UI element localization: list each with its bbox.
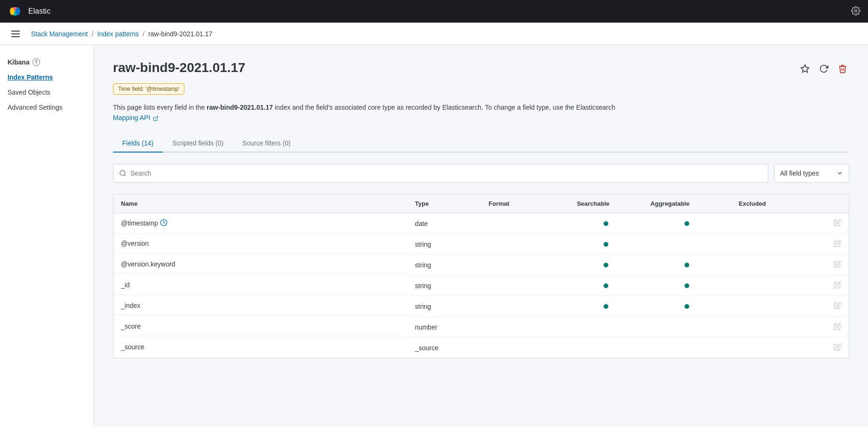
- mapping-api-link[interactable]: Mapping API: [113, 114, 150, 121]
- field-aggregatable: [643, 317, 732, 338]
- field-searchable: [569, 255, 643, 275]
- edit-field-icon[interactable]: [834, 303, 841, 311]
- field-format: [481, 255, 570, 275]
- sidebar-item-saved-objects[interactable]: Saved Objects: [0, 85, 94, 100]
- tabs: Fields (14) Scripted fields (0) Source f…: [113, 135, 849, 153]
- col-header-actions: [805, 194, 849, 213]
- main-content: raw-bind9-2021.01.17: [94, 45, 868, 427]
- breadcrumb-bar: Stack Management / Index patterns / raw-…: [0, 23, 868, 45]
- edit-field-icon[interactable]: [834, 241, 841, 249]
- edit-field-icon[interactable]: [834, 220, 841, 228]
- breadcrumb-current: raw-bind9-2021.01.17: [148, 30, 212, 38]
- main-layout: Kibana ? Index Patterns Saved Objects Ad…: [0, 45, 868, 427]
- field-searchable: [569, 296, 643, 317]
- field-excluded: [731, 234, 804, 255]
- field-actions: [805, 338, 849, 358]
- tab-fields[interactable]: Fields (14): [113, 135, 163, 153]
- delete-button[interactable]: [836, 62, 849, 78]
- edit-field-icon[interactable]: [834, 324, 841, 331]
- aggregatable-dot: [685, 283, 689, 288]
- field-actions: [805, 317, 849, 338]
- svg-point-5: [855, 9, 857, 12]
- table-row: _indexstring: [113, 296, 849, 317]
- top-nav: Elastic: [0, 0, 868, 23]
- search-icon: [119, 169, 127, 177]
- field-actions: [805, 275, 849, 296]
- field-searchable: [569, 338, 643, 358]
- edit-field-icon[interactable]: [834, 282, 841, 290]
- field-excluded: [731, 338, 804, 358]
- page-title: raw-bind9-2021.01.17: [113, 60, 246, 75]
- field-type: string: [407, 255, 481, 275]
- tab-source-filters[interactable]: Source filters (0): [233, 135, 300, 153]
- search-input[interactable]: [130, 169, 762, 177]
- chevron-down-icon: [836, 170, 843, 177]
- sidebar-item-index-patterns[interactable]: Index Patterns: [0, 70, 94, 85]
- elastic-logo: [8, 4, 23, 19]
- sidebar-item-advanced-settings[interactable]: Advanced Settings: [0, 100, 94, 115]
- field-format: [481, 234, 570, 255]
- field-name: @version.keyword: [113, 255, 407, 274]
- breadcrumb-stack-management[interactable]: Stack Management: [31, 30, 88, 38]
- field-format: [481, 275, 570, 296]
- field-aggregatable: [643, 234, 732, 255]
- field-aggregatable: [643, 338, 732, 358]
- field-name: _id: [113, 275, 407, 295]
- edit-field-icon[interactable]: [834, 262, 841, 269]
- field-excluded: [731, 296, 804, 317]
- breadcrumb-sep-2: /: [143, 30, 144, 38]
- app-title: Elastic: [28, 7, 50, 16]
- searchable-dot: [604, 242, 608, 247]
- edit-field-icon[interactable]: [834, 345, 841, 352]
- col-header-type: Type: [407, 194, 481, 213]
- kibana-help-icon[interactable]: ?: [32, 58, 40, 66]
- settings-icon[interactable]: [851, 6, 860, 17]
- field-name: _score: [113, 317, 407, 336]
- breadcrumb-index-patterns[interactable]: Index patterns: [97, 30, 139, 38]
- sidebar: Kibana ? Index Patterns Saved Objects Ad…: [0, 45, 94, 427]
- searchable-dot: [604, 221, 608, 226]
- svg-point-3: [10, 8, 15, 15]
- field-name: _source: [113, 338, 407, 356]
- sidebar-kibana-label: Kibana: [8, 58, 30, 66]
- menu-toggle[interactable]: [9, 29, 22, 39]
- time-field-badge: Time field: '@timestamp': [113, 83, 184, 95]
- field-aggregatable: [643, 296, 732, 317]
- col-header-name: Name: [113, 194, 408, 213]
- fields-table: Name Type Format Searchable Aggregatable…: [113, 194, 849, 359]
- field-excluded: [731, 255, 804, 275]
- table-header-row: Name Type Format Searchable Aggregatable…: [113, 194, 849, 213]
- field-type-filter[interactable]: All field types: [774, 164, 849, 183]
- field-name: @version: [113, 234, 407, 253]
- col-header-searchable: Searchable: [569, 194, 643, 213]
- aggregatable-dot: [685, 263, 689, 267]
- aggregatable-dot: [685, 304, 689, 309]
- field-format: [481, 338, 570, 358]
- search-box[interactable]: [113, 164, 768, 183]
- field-format: [481, 317, 570, 338]
- sidebar-section-title: Kibana ?: [0, 55, 94, 70]
- field-actions: [805, 213, 849, 234]
- field-type: _source: [407, 338, 481, 358]
- field-aggregatable: [643, 255, 732, 275]
- tab-scripted-fields[interactable]: Scripted fields (0): [163, 135, 233, 153]
- field-excluded: [731, 317, 804, 338]
- field-searchable: [569, 234, 643, 255]
- field-type: string: [407, 234, 481, 255]
- aggregatable-dot: [685, 221, 689, 226]
- field-type: number: [407, 317, 481, 338]
- page-header: raw-bind9-2021.01.17: [113, 60, 849, 78]
- breadcrumb-sep-1: /: [92, 30, 94, 38]
- searchable-dot: [604, 304, 608, 309]
- field-format: [481, 296, 570, 317]
- table-row: @version.keywordstring: [113, 255, 849, 275]
- field-actions: [805, 234, 849, 255]
- star-button[interactable]: [798, 62, 812, 78]
- time-field-icon: [160, 219, 167, 228]
- field-aggregatable: [643, 213, 732, 234]
- refresh-button[interactable]: [817, 62, 830, 78]
- field-type: date: [407, 213, 481, 234]
- searchable-dot: [604, 263, 608, 267]
- field-searchable: [569, 317, 643, 338]
- table-row: @timestampdate: [113, 213, 849, 234]
